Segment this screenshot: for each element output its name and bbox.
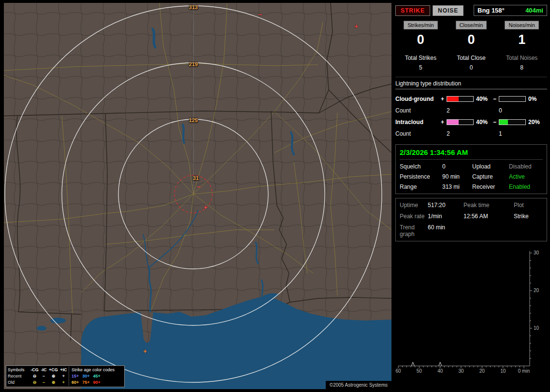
cg-negative-count: 0	[499, 107, 526, 114]
cg-positive-percent: 40%	[474, 96, 493, 102]
persistence-label: Persistence	[400, 173, 442, 180]
age-code: 60+	[72, 379, 79, 386]
range-value: 313 mi	[442, 183, 472, 190]
y-tick-20: 20	[534, 288, 539, 293]
cloud-ground-label: Cloud-ground	[395, 96, 441, 102]
strikes-per-min-column: Strikes/min 0 Total Strikes 5	[395, 21, 446, 71]
x-tick-60: 60	[395, 368, 401, 374]
x-tick-50: 50	[417, 368, 422, 374]
noises-per-min-value: 1	[496, 32, 547, 47]
cg-positive-bar	[447, 96, 474, 102]
strike-symbol: +	[203, 204, 207, 211]
pos-ic-symbol-icon: +	[58, 373, 69, 379]
legend-col-ncg: -CG	[30, 367, 39, 373]
minus-sign: −	[493, 96, 499, 102]
ic-negative-count: 1	[499, 130, 526, 137]
receiver-status-panel: 2/3/2026 1:34:56 AM Squelch 0 Upload Dis…	[395, 144, 547, 194]
map-canvas	[4, 3, 391, 389]
range-label: Range	[400, 183, 442, 190]
strikes-per-min-button[interactable]: Strikes/min	[404, 21, 437, 29]
plus-sign: +	[441, 96, 447, 102]
x-tick-30: 30	[458, 368, 464, 374]
noises-per-min-button[interactable]: Noises/min	[505, 21, 538, 29]
strike-symbol: −	[197, 183, 200, 190]
map[interactable]: 313 219 125 31 −+−++ Symbols -CG -IC +CG…	[4, 3, 391, 389]
plot-mode-value: Strike	[514, 213, 543, 220]
total-strikes-value: 5	[395, 64, 446, 71]
cg-negative-percent: 0%	[526, 96, 547, 102]
strike-symbol: +	[143, 348, 146, 355]
strike-indicator-button[interactable]: STRIKE	[395, 5, 430, 16]
range-ring-label-313: 313	[189, 4, 198, 10]
total-noises-label: Total Noises	[496, 55, 547, 61]
x-tick-20: 20	[479, 368, 485, 374]
squelch-label: Squelch	[400, 163, 442, 170]
squelch-value: 0	[442, 163, 472, 170]
peak-rate-value: 1/min	[428, 213, 463, 220]
total-strikes-label: Total Strikes	[395, 55, 446, 61]
age-code: 75+	[82, 379, 89, 386]
age-code: 45+	[93, 373, 101, 379]
range-ring-label-219: 219	[189, 61, 198, 67]
neg-cg-symbol-icon: ⊖	[30, 379, 39, 386]
uptime-label: Uptime	[400, 202, 428, 209]
neg-ic-symbol-icon: −	[39, 379, 48, 386]
peak-rate-label: Peak rate	[400, 213, 428, 220]
legend-age-recent: 15+ 30+ 45+	[69, 373, 123, 379]
strike-symbol: +	[354, 23, 358, 30]
app-window: 313 219 125 31 −+−++ Symbols -CG -IC +CG…	[0, 0, 550, 392]
cloud-ground-row: Cloud-ground + 40% − 0%	[395, 93, 547, 105]
count-label: Count	[395, 130, 441, 137]
legend-symbols-header: Symbols	[8, 367, 30, 373]
legend-age-old: 60+ 75+ 90+	[69, 379, 123, 386]
age-code: 15+	[72, 373, 79, 379]
upload-label: Upload	[472, 163, 509, 170]
close-per-min-button[interactable]: Close/min	[456, 21, 487, 29]
ic-positive-bar	[447, 119, 474, 125]
cg-positive-count: 2	[447, 107, 474, 114]
neg-ic-symbol-icon: −	[39, 373, 48, 379]
trend-graph-label: Trend graph	[400, 224, 428, 238]
map-legend: Symbols -CG -IC +CG +IC Strike age color…	[6, 365, 125, 387]
neg-cg-symbol-icon: ⊖	[30, 373, 39, 379]
total-noises-value: 8	[496, 64, 547, 71]
clock-timestamp: 2/3/2026 1:34:56 AM	[400, 148, 543, 160]
intracloud-row: Intracloud + 40% − 20%	[395, 116, 547, 128]
bearing-display: Bng 158° 404mi	[474, 5, 547, 16]
bearing-value: Bng 158°	[478, 7, 505, 14]
total-close-value: 0	[446, 64, 497, 71]
legend-row-old-label: Old	[8, 379, 30, 386]
capture-status: Active	[509, 173, 543, 180]
pos-ic-symbol-icon: +	[58, 379, 69, 386]
plus-sign: +	[441, 119, 447, 126]
noises-per-min-column: Noises/min 1 Total Noises 8	[496, 21, 547, 71]
peak-time-value: 12:56 AM	[463, 213, 514, 220]
strikes-per-min-value: 0	[395, 32, 446, 47]
persistence-value: 90 min	[442, 173, 472, 180]
receiver-label: Receiver	[472, 183, 509, 190]
trend-window-value: 60 min	[428, 224, 463, 238]
session-info-panel: Uptime 517:20 Peak time Plot Peak rate 1…	[395, 198, 547, 241]
intracloud-count-row: Count 2 1	[395, 128, 547, 140]
upload-status: Disabled	[509, 163, 543, 170]
cloud-ground-count-row: Count 2 0	[395, 105, 547, 116]
capture-label: Capture	[472, 173, 509, 180]
y-tick-30: 30	[534, 250, 539, 255]
indicator-bar: STRIKE NOISE Bng 158° 404mi	[395, 5, 547, 16]
distance-value: 404mi	[525, 7, 543, 14]
legend-col-pcg: +CG	[48, 367, 58, 373]
peak-time-label: Peak time	[463, 202, 514, 209]
legend-col-nic: -IC	[39, 367, 48, 373]
noise-indicator-button[interactable]: NOISE	[433, 5, 463, 16]
ic-negative-percent: 20%	[526, 119, 547, 126]
legend-col-pic: +IC	[58, 367, 69, 373]
intracloud-label: Intracloud	[395, 119, 441, 126]
total-close-label: Total Close	[446, 55, 497, 61]
age-code: 90+	[93, 379, 101, 386]
lightning-distribution-section: Lightning type distribution Cloud-ground…	[395, 77, 547, 140]
axis-ticks	[398, 253, 532, 368]
copyright-notice: ©2005 Astrogenic Systems	[326, 381, 391, 389]
ic-negative-bar	[499, 119, 526, 125]
rate-spikes	[411, 362, 441, 366]
ic-positive-percent: 40%	[474, 119, 493, 126]
